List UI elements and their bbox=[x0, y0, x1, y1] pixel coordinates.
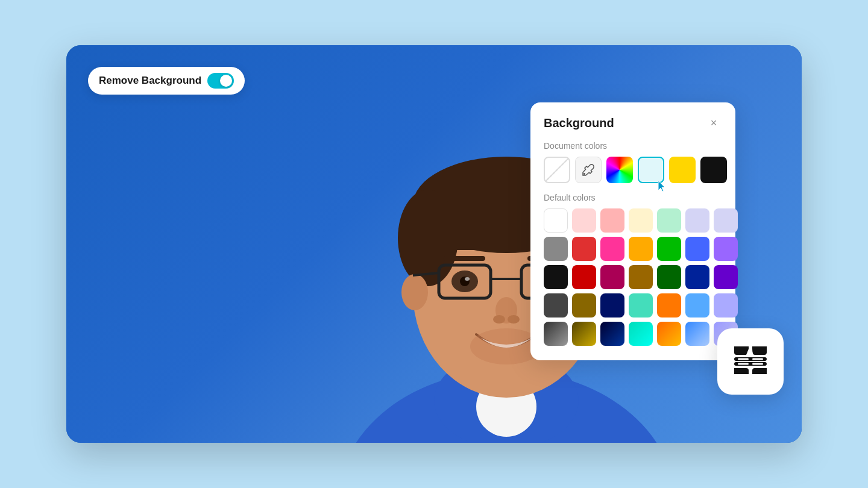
swatch-black[interactable] bbox=[700, 157, 727, 183]
svg-rect-11 bbox=[443, 256, 485, 261]
color-cell-0[interactable] bbox=[544, 208, 568, 233]
color-cell-21[interactable] bbox=[544, 293, 568, 318]
swatch-yellow[interactable] bbox=[669, 157, 696, 183]
default-colors-label: Default colors bbox=[544, 193, 722, 202]
color-cell-18[interactable] bbox=[657, 265, 681, 289]
color-cell-3[interactable] bbox=[629, 208, 653, 233]
color-cell-5[interactable] bbox=[685, 208, 709, 233]
svg-point-26 bbox=[508, 315, 520, 324]
capcut-logo bbox=[717, 328, 784, 395]
background-panel: Background × Document colors bbox=[530, 102, 735, 360]
default-colors-grid bbox=[544, 208, 722, 346]
color-cell-29[interactable] bbox=[572, 322, 596, 346]
color-cell-24[interactable] bbox=[629, 293, 653, 318]
color-cell-2[interactable] bbox=[600, 208, 624, 233]
remove-background-toggle[interactable] bbox=[207, 73, 234, 89]
color-cell-8[interactable] bbox=[572, 237, 596, 261]
color-cell-1[interactable] bbox=[572, 208, 596, 233]
remove-background-label: Remove Background bbox=[99, 75, 201, 87]
color-cell-26[interactable] bbox=[685, 293, 709, 318]
toggle-knob bbox=[220, 75, 232, 87]
color-cell-17[interactable] bbox=[629, 265, 653, 289]
color-cell-10[interactable] bbox=[629, 237, 653, 261]
color-cell-4[interactable] bbox=[657, 208, 681, 233]
color-cell-28[interactable] bbox=[544, 322, 568, 346]
swatch-rainbow[interactable] bbox=[606, 157, 633, 183]
color-cell-16[interactable] bbox=[600, 265, 624, 289]
color-cell-31[interactable] bbox=[629, 322, 653, 346]
swatch-eyedropper[interactable] bbox=[575, 157, 602, 183]
color-cell-12[interactable] bbox=[685, 237, 709, 261]
swatch-transparent[interactable] bbox=[544, 157, 570, 183]
color-cell-33[interactable] bbox=[685, 322, 709, 346]
svg-point-28 bbox=[583, 173, 585, 175]
color-cell-14[interactable] bbox=[544, 265, 568, 289]
color-cell-22[interactable] bbox=[572, 293, 596, 318]
capcut-icon bbox=[729, 340, 772, 383]
panel-header: Background × bbox=[544, 114, 722, 131]
remove-background-pill: Remove Background bbox=[88, 67, 245, 95]
color-cell-23[interactable] bbox=[600, 293, 624, 318]
svg-rect-33 bbox=[738, 363, 749, 365]
swatch-cyan-wrapper bbox=[638, 157, 664, 183]
close-button[interactable]: × bbox=[705, 114, 722, 131]
color-cell-7[interactable] bbox=[544, 237, 568, 261]
color-cell-13[interactable] bbox=[714, 237, 738, 261]
svg-point-22 bbox=[465, 277, 470, 281]
svg-rect-31 bbox=[738, 358, 749, 360]
color-cell-20[interactable] bbox=[714, 265, 738, 289]
swatch-cyan-selected[interactable] bbox=[638, 157, 664, 183]
color-cell-27[interactable] bbox=[714, 293, 738, 318]
color-cell-9[interactable] bbox=[600, 237, 624, 261]
color-cell-11[interactable] bbox=[657, 237, 681, 261]
color-cell-15[interactable] bbox=[572, 265, 596, 289]
color-cell-32[interactable] bbox=[657, 322, 681, 346]
svg-rect-32 bbox=[752, 358, 763, 360]
color-cell-19[interactable] bbox=[685, 265, 709, 289]
svg-point-9 bbox=[401, 274, 428, 310]
svg-point-25 bbox=[493, 315, 505, 324]
color-cell-30[interactable] bbox=[600, 322, 624, 346]
panel-title: Background bbox=[544, 116, 614, 130]
color-cell-25[interactable] bbox=[657, 293, 681, 318]
document-colors-label: Document colors bbox=[544, 141, 722, 151]
main-card: Remove Background Background × Document … bbox=[66, 45, 802, 443]
svg-rect-34 bbox=[752, 363, 763, 365]
document-colors-row bbox=[544, 157, 722, 183]
color-cell-6[interactable] bbox=[714, 208, 738, 233]
